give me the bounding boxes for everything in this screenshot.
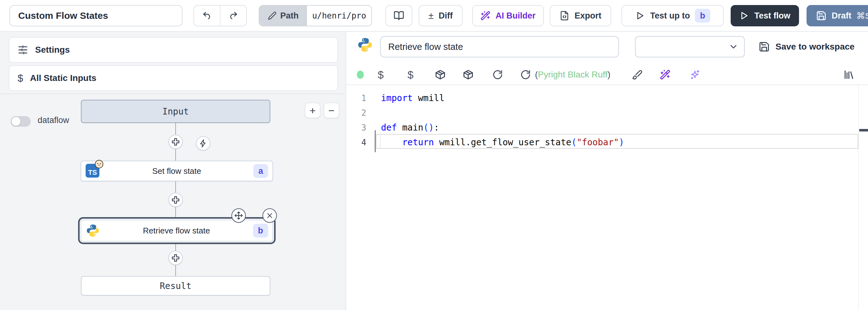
code-line[interactable]: 4 return wmill.get_flow_user_state("foob… [346, 135, 868, 150]
settings-label: Settings [35, 45, 70, 55]
insert-step-button-3[interactable] [168, 251, 183, 265]
path-button-label: Path [280, 11, 299, 21]
zoom-in-button[interactable]: + [305, 103, 320, 118]
zoom-out-button[interactable]: − [323, 103, 339, 118]
path-control: Path u/henri/pro [259, 5, 372, 26]
delete-step-button[interactable] [262, 208, 277, 223]
move-step-button[interactable] [231, 208, 246, 223]
step-language-python-icon [357, 37, 373, 53]
python-icon [86, 223, 100, 238]
save-draft-button[interactable]: Draft ⌘S [807, 5, 868, 26]
all-static-inputs-row[interactable]: $ All Static Inputs [9, 65, 338, 91]
flow-title-input[interactable] [9, 5, 183, 26]
path-value[interactable]: u/henri/pro [307, 6, 371, 26]
line-number: 2 [346, 108, 366, 118]
code-line[interactable]: 2 [346, 106, 868, 120]
plus-outline-icon [171, 195, 180, 204]
graph-node-set-flow-state[interactable]: TS Set flow state a [81, 161, 273, 181]
save-to-workspace-button[interactable]: Save to workspace [758, 39, 855, 54]
book-open-icon [394, 10, 404, 21]
resources-dollar-icon[interactable]: $ [405, 65, 416, 84]
code-line[interactable]: 1import wmill [346, 91, 868, 106]
plus-minus-icon: ± [428, 10, 433, 21]
reload-icon[interactable] [491, 65, 504, 84]
graph-node-retrieve-flow-state[interactable]: Retrieve flow state b [81, 220, 273, 242]
test-up-to-step-badge: b [695, 9, 710, 23]
settings-row[interactable]: Settings [9, 37, 338, 63]
test-up-to-label: Test up to [650, 11, 690, 21]
flow-graph-canvas[interactable]: dataflow Input + − TS Set flow state a [0, 94, 346, 310]
line-number: 3 [346, 123, 366, 133]
save-icon [816, 10, 827, 21]
step-name-input[interactable] [380, 36, 619, 57]
format-brush-icon[interactable] [631, 65, 644, 84]
plus-icon: + [310, 105, 316, 116]
bun-icon [94, 160, 104, 169]
assistants-names: Pyright Black Ruff [538, 69, 608, 80]
package-icon[interactable] [434, 65, 446, 84]
package-icon-2[interactable] [462, 65, 474, 84]
close-icon [266, 212, 274, 220]
step-editor-panel: Save to workspace $ $ (Pyright Black Ruf… [346, 32, 868, 310]
flow-left-panel: Settings $ All Static Inputs dataflow In… [0, 32, 346, 310]
docs-button[interactable] [385, 5, 412, 26]
dataflow-label: dataflow [38, 115, 69, 125]
chevron-down-icon [728, 42, 739, 52]
code-assistants-label[interactable]: (Pyright Black Ruff) [535, 65, 611, 84]
flow-meta-section: Settings $ All Static Inputs [0, 32, 346, 94]
library-icon[interactable] [843, 65, 855, 84]
undo-button[interactable] [194, 6, 220, 26]
overview-ruler-cursor-mark [859, 129, 868, 132]
step-id-badge-b: b [253, 224, 269, 237]
set-flow-state-label: Set flow state [100, 166, 253, 176]
save-icon [758, 41, 770, 52]
minimap-divider [858, 85, 859, 310]
graph-node-input[interactable]: Input [81, 100, 270, 123]
redo-button[interactable] [220, 6, 246, 26]
sliders-icon [18, 45, 28, 55]
plus-outline-icon [171, 253, 180, 263]
dollar-icon: $ [18, 73, 23, 84]
line-number: 1 [346, 93, 366, 103]
add-trigger-button[interactable] [196, 136, 210, 150]
test-flow-button[interactable]: Test flow [731, 5, 799, 26]
export-button[interactable]: Export [550, 5, 611, 26]
graph-node-result[interactable]: Result [81, 276, 270, 295]
test-flow-label: Test flow [754, 11, 790, 21]
code-text: return wmill.get_flow_user_state("foobar… [366, 137, 624, 147]
code-text: def main(): [366, 122, 439, 133]
insert-step-button-1[interactable] [168, 135, 183, 149]
test-up-to-button[interactable]: Test up to b [622, 5, 724, 26]
dataflow-toggle[interactable] [11, 116, 31, 127]
save-to-workspace-label: Save to workspace [775, 42, 855, 52]
ai-sparkles-icon[interactable] [689, 65, 701, 84]
draft-shortcut: ⌘S [857, 11, 868, 21]
reload-icon-2[interactable] [519, 65, 532, 84]
line-number: 4 [346, 138, 366, 147]
diff-button-label: Diff [439, 11, 453, 21]
typescript-bun-icon: TS [86, 164, 100, 178]
code-editor[interactable]: 1import wmill23def main():4 return wmill… [346, 84, 868, 310]
draft-button-label: Draft [832, 11, 851, 21]
code-text: import wmill [366, 93, 444, 103]
path-button[interactable]: Path [259, 6, 307, 26]
ai-builder-button[interactable]: AI Builder [472, 5, 544, 26]
file-code-icon [559, 11, 569, 21]
code-line[interactable]: 3def main(): [346, 120, 868, 135]
editor-toolbar: $ $ (Pyright Black Ruff) [346, 65, 868, 84]
ai-wand-icon[interactable] [659, 65, 671, 84]
wand-sparkles-icon [480, 11, 491, 21]
move-icon [234, 211, 243, 220]
diff-button[interactable]: ± Diff [418, 5, 463, 26]
variables-dollar-icon[interactable]: $ [375, 65, 386, 84]
step-id-badge-a: a [253, 164, 268, 178]
undo-redo-group [193, 5, 247, 26]
toggle-knob [11, 117, 20, 126]
workspace-script-select[interactable] [635, 36, 745, 57]
code-lines: 1import wmill23def main():4 return wmill… [346, 91, 868, 150]
undo-icon [202, 11, 212, 21]
play-icon [739, 11, 749, 21]
insert-step-button-2[interactable] [168, 193, 183, 207]
assistants-paren-close: ) [608, 69, 610, 80]
assistants-paren-open: ( [535, 69, 538, 80]
